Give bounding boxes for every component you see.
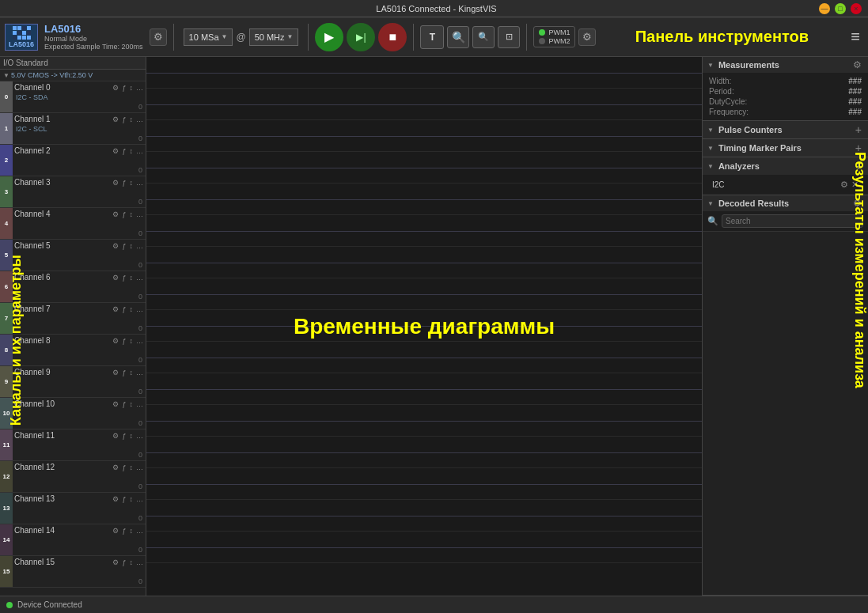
timing-marker-header[interactable]: ▼ Timing Marker Pairs + xyxy=(703,139,868,157)
channel-gear-1[interactable]: ⚙ xyxy=(112,115,119,123)
channel-wave-2[interactable]: ƒ xyxy=(121,147,127,155)
channel-menu-8[interactable]: … xyxy=(135,337,144,345)
pulse-counters-header[interactable]: ▼ Pulse Counters + xyxy=(703,121,868,138)
zoom-out-button[interactable]: 🔍 xyxy=(472,26,495,48)
waveform-row-5[interactable] xyxy=(146,215,702,247)
channel-wave-5[interactable]: ƒ xyxy=(121,242,127,250)
channel-menu-2[interactable]: … xyxy=(135,147,144,155)
waveform-row-1[interactable] xyxy=(146,89,702,120)
channel-arrow-4[interactable]: ↕ xyxy=(129,210,135,218)
channel-gear-9[interactable]: ⚙ xyxy=(112,369,119,377)
channel-wave-3[interactable]: ƒ xyxy=(121,179,127,187)
analyzers-header[interactable]: ▼ Analyzers + xyxy=(703,157,868,175)
channel-gear-15[interactable]: ⚙ xyxy=(112,558,119,566)
decoded-settings-button[interactable]: ⚙ xyxy=(851,198,863,209)
channel-gear-12[interactable]: ⚙ xyxy=(112,464,119,471)
close-button[interactable]: × xyxy=(851,3,862,14)
channel-arrow-8[interactable]: ↕ xyxy=(129,337,135,345)
channel-arrow-3[interactable]: ↕ xyxy=(129,179,135,187)
channel-menu-6[interactable]: … xyxy=(135,274,144,282)
channel-arrow-14[interactable]: ↕ xyxy=(129,527,135,535)
channel-arrow-9[interactable]: ↕ xyxy=(129,369,135,377)
stop-button[interactable]: ■ xyxy=(378,23,407,51)
channel-gear-6[interactable]: ⚙ xyxy=(112,274,119,282)
channel-wave-10[interactable]: ƒ xyxy=(121,400,127,408)
device-settings-button[interactable]: ⚙ xyxy=(150,28,167,46)
channel-menu-13[interactable]: … xyxy=(135,495,144,503)
sample-rate-dropdown[interactable]: 10 MSa ▼ xyxy=(184,28,233,46)
channel-gear-14[interactable]: ⚙ xyxy=(112,527,119,535)
channel-wave-7[interactable]: ƒ xyxy=(121,305,127,313)
channel-wave-12[interactable]: ƒ xyxy=(121,464,127,471)
channel-wave-14[interactable]: ƒ xyxy=(121,527,127,535)
waveform-row-3[interactable] xyxy=(146,152,702,184)
channel-wave-9[interactable]: ƒ xyxy=(121,369,127,377)
waveform-row-2[interactable] xyxy=(146,120,702,152)
pulse-counters-add-button[interactable]: + xyxy=(854,123,863,136)
channel-gear-4[interactable]: ⚙ xyxy=(112,210,119,218)
channel-arrow-1[interactable]: ↕ xyxy=(129,115,135,123)
channel-gear-13[interactable]: ⚙ xyxy=(112,495,119,503)
channel-menu-5[interactable]: … xyxy=(135,242,144,250)
channel-wave-13[interactable]: ƒ xyxy=(121,495,127,503)
single-run-button[interactable]: ▶| xyxy=(347,23,375,51)
channel-arrow-6[interactable]: ↕ xyxy=(129,274,135,282)
channel-gear-3[interactable]: ⚙ xyxy=(112,179,119,187)
channel-menu-4[interactable]: … xyxy=(135,210,144,218)
channel-menu-9[interactable]: … xyxy=(135,369,144,377)
channel-arrow-5[interactable]: ↕ xyxy=(129,242,135,250)
zoom-fit-button[interactable]: ⊡ xyxy=(498,26,520,48)
channel-wave-6[interactable]: ƒ xyxy=(121,274,127,282)
trigger-button[interactable]: T xyxy=(420,25,444,49)
decoded-results-header[interactable]: ▼ Decoded Results ⚙ xyxy=(703,195,868,211)
channel-arrow-11[interactable]: ↕ xyxy=(129,432,135,440)
analyzers-add-button[interactable]: + xyxy=(854,160,863,172)
analyzer-remove-button[interactable]: ✕ xyxy=(851,180,859,190)
waveform-row-10[interactable] xyxy=(146,373,702,405)
maximize-button[interactable]: □ xyxy=(835,3,846,14)
hamburger-menu-button[interactable]: ≡ xyxy=(847,25,863,49)
channel-wave-8[interactable]: ƒ xyxy=(121,337,127,345)
waveform-row-6[interactable] xyxy=(146,247,702,278)
waveform-row-14[interactable] xyxy=(146,500,702,532)
channel-gear-10[interactable]: ⚙ xyxy=(112,400,119,408)
channel-gear-8[interactable]: ⚙ xyxy=(112,337,119,345)
measurements-header[interactable]: ▼ Measurements ⚙ xyxy=(703,57,868,73)
channel-menu-7[interactable]: … xyxy=(135,305,144,313)
channel-arrow-10[interactable]: ↕ xyxy=(129,400,135,408)
waveform-row-12[interactable] xyxy=(146,437,702,468)
channel-menu-15[interactable]: … xyxy=(135,558,144,566)
channel-gear-2[interactable]: ⚙ xyxy=(112,147,119,155)
minimize-button[interactable]: — xyxy=(819,3,830,14)
waveform-area[interactable]: Временные диаграммы xyxy=(146,57,702,596)
channel-gear-5[interactable]: ⚙ xyxy=(112,242,119,250)
waveform-row-15[interactable] xyxy=(146,532,702,563)
measurements-gear-button[interactable]: ⚙ xyxy=(851,59,863,70)
waveform-row-8[interactable] xyxy=(146,310,702,342)
channel-menu-0[interactable]: … xyxy=(135,84,144,92)
waveform-row-11[interactable] xyxy=(146,405,702,437)
channel-arrow-0[interactable]: ↕ xyxy=(129,84,135,92)
search-input[interactable] xyxy=(722,214,863,228)
channel-wave-15[interactable]: ƒ xyxy=(121,558,127,566)
channel-wave-11[interactable]: ƒ xyxy=(121,432,127,440)
channel-wave-1[interactable]: ƒ xyxy=(121,115,127,123)
channel-wave-4[interactable]: ƒ xyxy=(121,210,127,218)
channel-gear-7[interactable]: ⚙ xyxy=(112,305,119,313)
waveform-row-7[interactable] xyxy=(146,278,702,310)
channel-menu-10[interactable]: … xyxy=(135,400,144,408)
channel-menu-3[interactable]: … xyxy=(135,179,144,187)
clock-dropdown[interactable]: 50 MHz ▼ xyxy=(249,28,299,46)
channel-arrow-15[interactable]: ↕ xyxy=(129,558,135,566)
channel-wave-0[interactable]: ƒ xyxy=(121,84,127,92)
analyzer-settings-button[interactable]: ⚙ xyxy=(840,180,848,190)
waveform-row-13[interactable] xyxy=(146,468,702,500)
zoom-in-button[interactable]: 🔍 xyxy=(447,26,469,48)
channel-menu-12[interactable]: … xyxy=(135,464,144,471)
channel-arrow-13[interactable]: ↕ xyxy=(129,495,135,503)
run-button[interactable]: ▶ xyxy=(315,23,343,51)
channel-gear-0[interactable]: ⚙ xyxy=(112,84,119,92)
channel-arrow-7[interactable]: ↕ xyxy=(129,305,135,313)
waveform-row-9[interactable] xyxy=(146,342,702,373)
channel-gear-11[interactable]: ⚙ xyxy=(112,432,119,440)
